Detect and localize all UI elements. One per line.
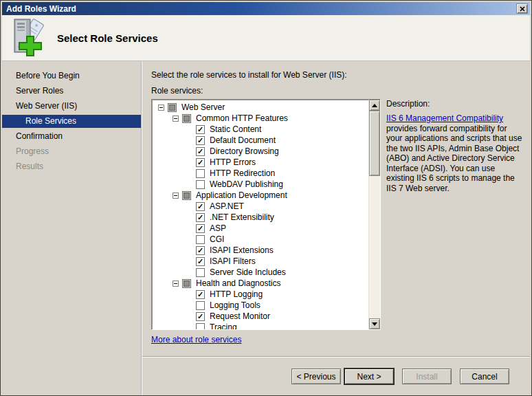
scroll-up-arrow-icon (372, 104, 377, 107)
sidebar-item-results: Results (2, 159, 141, 174)
role-services-tree: Web ServerCommon HTTP FeaturesStatic Con… (151, 99, 381, 330)
checkbox-checked[interactable] (196, 246, 205, 255)
checkbox-unchecked[interactable] (196, 323, 205, 331)
tree-row-request-monitor: Request Monitor (152, 311, 380, 322)
description-text: provides forward compatibility for your … (386, 124, 522, 193)
tree-row-application-development: Application Development (152, 190, 380, 201)
tree-node-label[interactable]: Logging Tools (210, 300, 261, 310)
tree-node-label[interactable]: WebDAV Publishing (210, 179, 283, 189)
tree-row-web-server: Web Server (152, 102, 380, 113)
titlebar: Add Roles Wizard (2, 2, 530, 15)
tree-node-label[interactable]: Web Server (181, 102, 225, 112)
next-button[interactable]: Next > (344, 368, 394, 384)
checkbox-unchecked[interactable] (196, 235, 205, 244)
tree-node-label[interactable]: Application Development (196, 190, 287, 200)
checkbox-checked[interactable] (196, 158, 205, 167)
checkbox-unchecked[interactable] (196, 268, 205, 277)
tree-row-cgi: CGI (152, 234, 380, 245)
description-panel: Description: IIS 6 Management Compatibil… (386, 99, 528, 330)
tree-node-label[interactable]: ISAPI Filters (210, 256, 256, 266)
tree-row-http-redirection: HTTP Redirection (152, 168, 380, 179)
page-title: Select Role Services (57, 32, 158, 44)
checkbox-checked[interactable] (196, 257, 205, 266)
tree-node-label[interactable]: Tracing (210, 322, 237, 330)
cancel-button[interactable]: Cancel (460, 368, 509, 384)
tree-node-label[interactable]: HTTP Errors (210, 157, 256, 167)
collapse-expander-icon[interactable] (173, 192, 179, 199)
sidebar-item-role-services[interactable]: Role Services (2, 115, 141, 128)
checkbox-partial[interactable] (182, 114, 191, 123)
tree-node-label[interactable]: HTTP Logging (210, 289, 263, 299)
checkbox-partial[interactable] (182, 279, 191, 288)
checkbox-partial[interactable] (182, 191, 191, 200)
checkbox-checked[interactable] (196, 147, 205, 156)
collapse-expander-icon[interactable] (173, 116, 179, 122)
tree-row-asp-net: ASP.NET (152, 201, 380, 212)
close-icon (520, 6, 525, 12)
sidebar-item-before-you-begin[interactable]: Before You Begin (2, 68, 141, 83)
sidebar-item-web-server-iis-[interactable]: Web Server (IIS) (2, 98, 141, 113)
tree-row-common-http-features: Common HTTP Features (152, 113, 380, 124)
checkbox-checked[interactable] (196, 202, 205, 211)
checkbox-checked[interactable] (196, 213, 205, 222)
tree-row-server-side-includes: Server Side Includes (152, 267, 380, 278)
sidebar-item-progress: Progress (2, 144, 141, 159)
checkbox-partial[interactable] (168, 103, 177, 112)
collapse-expander-icon[interactable] (158, 104, 164, 111)
collapse-expander-icon[interactable] (173, 280, 179, 287)
tree-node-label[interactable]: ASP (210, 223, 226, 233)
tree-row-default-document: Default Document (152, 135, 380, 146)
window-title: Add Roles Wizard (6, 4, 516, 14)
tree-row-logging-tools: Logging Tools (152, 300, 380, 311)
tree-node-label[interactable]: .NET Extensibility (210, 212, 274, 222)
sidebar-item-confirmation[interactable]: Confirmation (2, 129, 141, 144)
server-add-role-icon (10, 18, 45, 58)
tree-row-static-content: Static Content (152, 124, 380, 135)
tree-node-label[interactable]: Directory Browsing (210, 146, 279, 156)
sidebar-item-server-roles[interactable]: Server Roles (2, 83, 141, 98)
tree-node-label[interactable]: Health and Diagnostics (196, 278, 280, 288)
scroll-down-button[interactable] (369, 318, 380, 329)
tree-node-label[interactable]: CGI (210, 234, 224, 244)
tree-node-label[interactable]: Request Monitor (210, 311, 270, 321)
tree-row-http-logging: HTTP Logging (152, 289, 380, 300)
tree-node-label[interactable]: HTTP Redirection (210, 168, 275, 178)
install-button: Install (402, 368, 452, 384)
tree-node-label[interactable]: ISAPI Extensions (210, 245, 274, 255)
checkbox-checked[interactable] (196, 224, 205, 233)
wizard-button-bar: < PreviousNext >InstallCancel (142, 358, 530, 395)
scroll-down-arrow-icon (372, 322, 377, 326)
checkbox-unchecked[interactable] (196, 169, 205, 178)
description-heading: Description: (386, 99, 524, 109)
checkbox-unchecked[interactable] (196, 301, 205, 310)
previous-button[interactable]: < Previous (291, 368, 341, 384)
tree-row-asp: ASP (152, 223, 380, 234)
wizard-header: Select Role Services (2, 15, 530, 61)
role-services-label: Role services: (151, 86, 530, 96)
tree-row-tracing: Tracing (152, 322, 380, 330)
checkbox-checked[interactable] (196, 136, 205, 145)
tree-row-isapi-extensions: ISAPI Extensions (152, 245, 380, 256)
scroll-up-button[interactable] (369, 100, 380, 111)
more-about-role-services-link[interactable]: More about role services (151, 335, 241, 344)
tree-row-isapi-filters: ISAPI Filters (152, 256, 380, 267)
tree-node-label[interactable]: ASP.NET (210, 201, 244, 211)
tree-row-health-and-diagnostics: Health and Diagnostics (152, 278, 380, 289)
scrollbar-thumb[interactable] (369, 111, 380, 176)
wizard-steps-sidebar: Before You BeginServer RolesWeb Server (… (2, 61, 142, 395)
checkbox-checked[interactable] (196, 125, 205, 134)
tree-node-label[interactable]: Default Document (210, 135, 276, 145)
tree-row--net-extensibility: .NET Extensibility (152, 212, 380, 223)
tree-row-http-errors: HTTP Errors (152, 157, 380, 168)
checkbox-unchecked[interactable] (196, 180, 205, 189)
add-roles-wizard-window: Add Roles Wizard Select Role Services (0, 0, 532, 396)
tree-scrollbar[interactable] (368, 100, 380, 329)
tree-node-label[interactable]: Server Side Includes (210, 267, 286, 277)
tree-node-label[interactable]: Common HTTP Features (196, 113, 288, 123)
tree-node-label[interactable]: Static Content (210, 124, 261, 134)
iis6-management-compatibility-link[interactable]: IIS 6 Management Compatibility (386, 113, 503, 123)
checkbox-checked[interactable] (196, 290, 205, 299)
instruction-text: Select the role services to install for … (151, 70, 530, 80)
checkbox-checked[interactable] (196, 312, 205, 321)
close-button[interactable] (516, 3, 528, 14)
